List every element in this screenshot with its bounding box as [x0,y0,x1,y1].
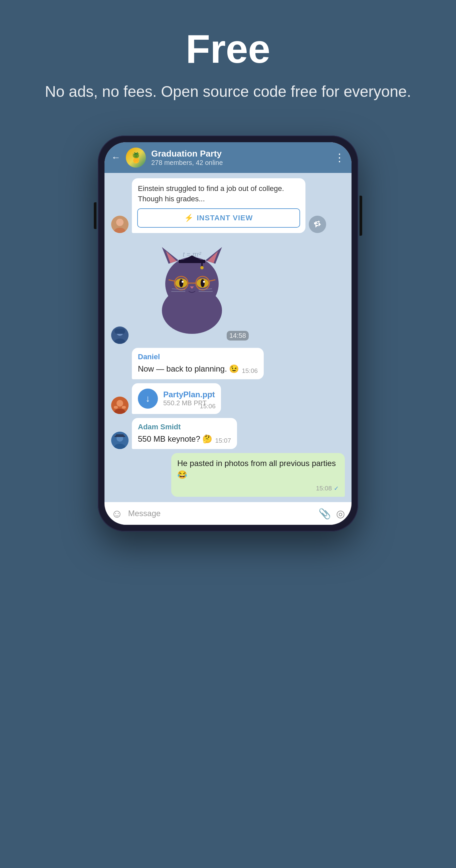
adam-message-text: 550 MB keynote? 🤔 [138,433,212,445]
instant-view-label: INSTANT VIEW [196,214,253,222]
emoji-button[interactable]: ☺ [111,507,123,520]
volume-button [94,202,96,229]
outgoing-message-row: He pasted in photos from all previous pa… [111,453,345,497]
camera-button[interactable]: ◎ [336,508,345,520]
sender-name-adam: Adam Smidt [138,423,231,431]
file-message-row: ↓ PartyPlan.ppt 550.2 MB PPT ⋯ 15:06 [111,383,345,414]
svg-point-1 [116,219,123,226]
sticker-row: t = πr² A = … V = l³ P = 2πr A = πr² s =… [111,237,345,344]
hero-section: Free No ads, no fees. Open source code f… [12,0,445,122]
svg-rect-42 [115,436,125,437]
file-bubble: ↓ PartyPlan.ppt 550.2 MB PPT ⋯ 15:06 [132,383,221,414]
adam-message-time: 15:07 [215,437,231,444]
outgoing-message-time: 15:08 [316,485,332,492]
article-bubble: Einstein struggled to find a job out of … [132,178,305,233]
attach-button[interactable]: 📎 [318,508,331,520]
user-avatar-male1 [111,327,128,344]
adam-bubble: Adam Smidt 550 MB keynote? 🤔 15:07 [132,418,237,450]
share-button[interactable] [309,216,326,233]
chat-info: Graduation Party 278 members, 42 online [151,149,329,166]
user-avatar-male3 [111,432,128,449]
chat-menu-button[interactable]: ⋮ [334,151,345,164]
back-button[interactable]: ← [111,152,121,163]
read-checkmark: ✓ [334,485,339,492]
lightning-icon: ⚡ [184,214,193,222]
daniel-message-text: Now — back to planning. 😉 [138,363,239,375]
user-avatar-female [111,216,128,233]
adam-message-row: Adam Smidt 550 MB keynote? 🤔 15:07 [111,418,345,450]
svg-point-8 [165,257,219,310]
svg-rect-37 [122,406,126,409]
outgoing-bubble: He pasted in photos from all previous pa… [171,453,345,497]
svg-marker-30 [179,255,205,262]
daniel-message-row: Daniel Now — back to planning. 😉 15:06 [111,348,345,379]
svg-point-32 [200,266,204,270]
svg-rect-6 [115,329,125,334]
file-menu-button[interactable]: ⋯ [208,389,216,398]
daniel-bubble: Daniel Now — back to planning. 😉 15:06 [132,348,264,379]
sticker-area: t = πr² A = … V = l³ P = 2πr A = πr² s =… [132,237,252,344]
outgoing-message-text: He pasted in photos from all previous pa… [177,458,339,480]
phone-outer: ← 🍍 Graduation Party 278 members, 42 onl… [98,135,358,531]
chat-header: ← 🍍 Graduation Party 278 members, 42 onl… [104,142,352,173]
svg-point-15 [179,279,183,287]
file-time: 15:06 [200,403,216,410]
group-status: 278 members, 42 online [151,159,329,166]
file-download-icon[interactable]: ↓ [138,389,158,409]
input-bar: ☺ Message 📎 ◎ [104,502,352,525]
daniel-message-time: 15:06 [242,367,258,375]
user-avatar-male2 [111,397,128,414]
file-name: PartyPlan.ppt [163,390,215,399]
power-button [360,196,362,236]
chat-body: Einstein struggled to find a job out of … [104,173,352,502]
svg-point-34 [117,400,123,407]
hero-subtitle: No ads, no fees. Open source code free f… [45,81,411,102]
sender-name-daniel: Daniel [138,352,258,361]
phone-screen: ← 🍍 Graduation Party 278 members, 42 onl… [104,142,352,525]
article-preview-text: Einstein struggled to find a job out of … [132,178,305,208]
svg-point-16 [201,279,205,287]
svg-point-18 [203,281,205,283]
instant-view-button[interactable]: ⚡ INSTANT VIEW [137,208,300,228]
article-message-row: Einstein struggled to find a job out of … [111,178,345,233]
phone-wrapper: ← 🍍 Graduation Party 278 members, 42 onl… [98,135,358,531]
svg-point-17 [182,281,184,283]
hero-title: Free [45,27,411,71]
group-name: Graduation Party [151,149,329,159]
group-avatar: 🍍 [126,148,146,167]
svg-rect-36 [114,406,118,409]
message-input[interactable]: Message [128,507,313,520]
